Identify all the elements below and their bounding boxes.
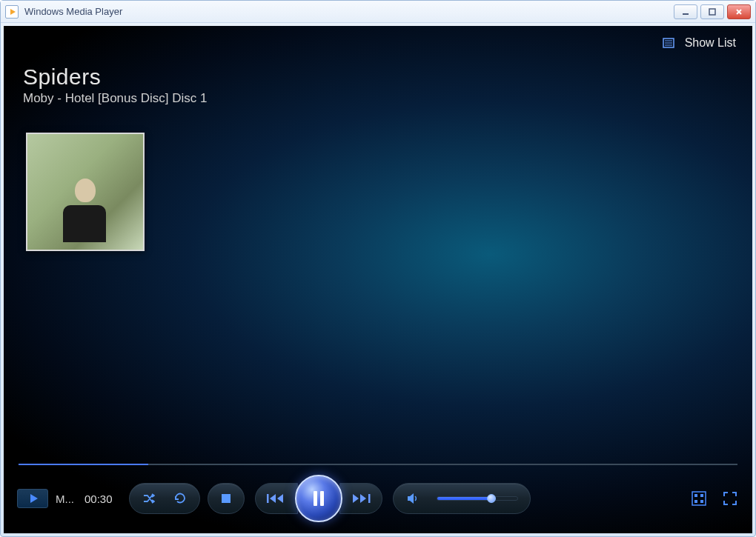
fullscreen-icon (722, 490, 738, 507)
volume-icon (405, 491, 420, 506)
window-controls (674, 4, 751, 19)
previous-icon (265, 492, 288, 505)
transport-controls (255, 475, 382, 522)
playback-controls: M... 00:30 (4, 474, 752, 523)
next-button[interactable] (339, 483, 382, 514)
svg-rect-16 (694, 500, 697, 503)
show-list-button[interactable]: Show List (663, 36, 736, 50)
svg-rect-17 (700, 500, 703, 503)
minimize-button[interactable] (674, 4, 697, 19)
track-artist-album: Moby - Hotel [Bonus Disc] Disc 1 (23, 91, 207, 106)
now-playing-label: M... (56, 493, 74, 505)
volume-thumb[interactable] (487, 494, 496, 503)
stop-button[interactable] (219, 491, 233, 506)
mode-controls (129, 483, 200, 514)
play-icon (30, 494, 38, 503)
repeat-button[interactable] (173, 491, 188, 506)
now-playing-thumb[interactable] (17, 489, 48, 508)
play-pause-button[interactable] (295, 475, 342, 522)
svg-rect-1 (709, 9, 715, 15)
track-title: Spiders (23, 64, 207, 90)
pause-icon (311, 490, 327, 507)
titlebar[interactable]: Windows Media Player (1, 1, 755, 23)
svg-rect-15 (700, 494, 703, 497)
svg-rect-11 (320, 491, 324, 506)
svg-rect-8 (222, 494, 231, 503)
svg-rect-9 (267, 494, 269, 503)
player-viewport: Show List Spiders Moby - Hotel [Bonus Di… (4, 26, 752, 533)
svg-rect-10 (314, 491, 317, 506)
mute-button[interactable] (405, 491, 420, 506)
stop-control (208, 483, 245, 514)
track-info: Spiders Moby - Hotel [Bonus Disc] Disc 1 (23, 64, 207, 106)
now-playing-thumb-area: M... 00:30 (17, 489, 113, 508)
fullscreen-button[interactable] (721, 490, 739, 507)
seek-track (19, 464, 737, 465)
maximize-button[interactable] (700, 4, 724, 19)
list-icon (663, 38, 674, 48)
volume-slider[interactable] (437, 496, 518, 501)
close-button[interactable] (727, 4, 751, 19)
svg-rect-12 (368, 494, 371, 503)
shuffle-button[interactable] (142, 491, 156, 506)
volume-controls (393, 483, 531, 514)
app-window: Windows Media Player Show List Spiders M… (0, 0, 756, 537)
next-icon (350, 492, 372, 505)
album-art (26, 133, 145, 251)
show-list-label: Show List (685, 36, 736, 50)
app-icon (5, 5, 19, 19)
view-controls (690, 490, 739, 507)
volume-fill (437, 497, 491, 500)
shuffle-icon (142, 491, 156, 506)
previous-button[interactable] (255, 483, 298, 514)
repeat-icon (173, 491, 188, 506)
album-art-figure (63, 179, 107, 245)
seek-progress (19, 464, 148, 465)
svg-rect-13 (692, 492, 706, 505)
library-icon (691, 490, 707, 507)
stop-icon (219, 491, 233, 506)
svg-rect-14 (694, 494, 697, 497)
window-title: Windows Media Player (24, 6, 674, 17)
elapsed-time: 00:30 (84, 493, 113, 505)
seek-bar[interactable] (19, 464, 737, 465)
switch-to-library-button[interactable] (690, 490, 708, 507)
